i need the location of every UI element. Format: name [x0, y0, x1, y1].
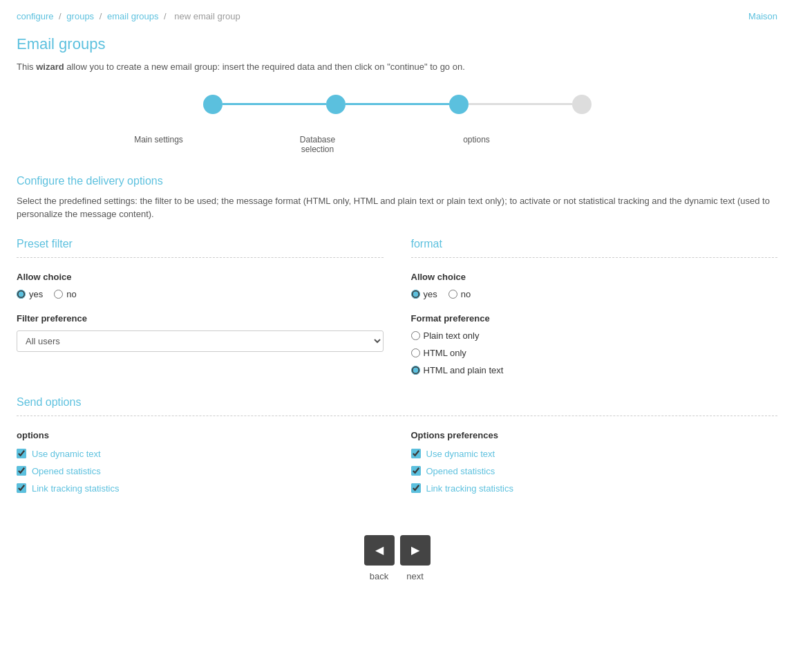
preset-yes-option[interactable]: yes — [17, 289, 43, 299]
next-button[interactable]: ▶ — [400, 535, 431, 566]
send-options-cols: options Use dynamic text Opened statisti… — [17, 430, 777, 501]
send-opt-right-opened-stats[interactable]: Opened statistics — [411, 466, 778, 476]
step-line-2 — [346, 103, 449, 105]
send-opt-left-dynamic-text-checkbox[interactable] — [17, 449, 26, 458]
step-line-1 — [223, 103, 326, 105]
preset-yes-radio[interactable] — [17, 290, 26, 299]
step-label-2: Databaseselection — [290, 135, 346, 154]
send-options-right-header: Options preferences — [411, 430, 778, 440]
format-title: format — [411, 238, 778, 250]
step-circle-4 — [572, 95, 592, 114]
format-plain-text-option[interactable]: Plain text only — [411, 330, 778, 341]
breadcrumb-sep2: / — [100, 11, 102, 21]
breadcrumb-current: new email group — [174, 11, 240, 21]
format-no-radio[interactable] — [448, 290, 457, 299]
step-database-selection — [326, 95, 346, 114]
format-html-plain-radio[interactable] — [411, 366, 420, 375]
step-options — [449, 95, 469, 114]
send-options-left: options Use dynamic text Opened statisti… — [17, 430, 404, 501]
breadcrumb-sep3: / — [164, 11, 167, 21]
send-opt-left-dynamic-text[interactable]: Use dynamic text — [17, 449, 384, 459]
format-html-only-label: HTML only — [424, 348, 466, 358]
format-html-only-radio[interactable] — [411, 348, 420, 357]
configure-description: Select the predefined settings: the filt… — [17, 194, 777, 221]
format-allow-choice-label: Allow choice — [411, 272, 778, 282]
breadcrumb: configure / groups / email groups / new … — [17, 11, 777, 21]
configure-title: Configure the delivery options — [17, 175, 777, 187]
preset-allow-choice-group: yes no — [17, 289, 384, 299]
format-no-label: no — [461, 289, 471, 299]
send-opt-left-opened-stats-label: Opened statistics — [32, 466, 101, 476]
back-label: back — [364, 571, 395, 581]
breadcrumb-email-groups[interactable]: email groups — [107, 11, 158, 21]
format-html-only-option[interactable]: HTML only — [411, 348, 778, 358]
send-opt-right-link-tracking-label: Link tracking statistics — [426, 483, 513, 494]
next-label: next — [400, 571, 431, 581]
user-label: Maison — [748, 11, 777, 21]
send-options-title: Send options — [17, 396, 777, 409]
send-opt-right-link-tracking-checkbox[interactable] — [411, 483, 421, 493]
send-opt-right-dynamic-text-checkbox[interactable] — [411, 449, 421, 458]
step-circle-3 — [449, 95, 469, 114]
format-section: format Allow choice yes no Format prefer… — [404, 238, 778, 375]
send-opt-left-link-tracking-checkbox[interactable] — [17, 483, 26, 493]
send-opt-left-opened-stats-checkbox[interactable] — [17, 466, 26, 476]
format-yes-radio[interactable] — [411, 290, 420, 299]
step-label-1: Main settings — [131, 135, 187, 154]
filter-preference-select[interactable]: All users VIP users New users — [17, 330, 384, 352]
format-preference-group: Plain text only HTML only HTML and plain… — [411, 330, 778, 375]
format-no-option[interactable]: no — [448, 289, 471, 299]
send-opt-left-link-tracking-label: Link tracking statistics — [32, 483, 119, 494]
format-plain-text-label: Plain text only — [424, 330, 480, 341]
page-title: Email groups — [17, 35, 777, 53]
preset-no-radio[interactable] — [54, 290, 63, 299]
back-button[interactable]: ◀ — [364, 535, 395, 566]
step-main-settings — [203, 95, 223, 114]
wizard-steps — [17, 95, 777, 114]
send-options-left-header: options — [17, 430, 384, 440]
breadcrumb-sep1: / — [59, 11, 62, 21]
format-plain-text-radio[interactable] — [411, 331, 420, 340]
preset-filter-section: Preset filter Allow choice yes no Filter… — [17, 238, 404, 375]
send-opt-right-dynamic-text-label: Use dynamic text — [426, 449, 495, 459]
send-options-section: Send options options Use dynamic text Op… — [17, 396, 777, 501]
send-opt-left-opened-stats[interactable]: Opened statistics — [17, 466, 384, 476]
send-opt-right-opened-stats-checkbox[interactable] — [411, 466, 421, 476]
send-opt-right-dynamic-text[interactable]: Use dynamic text — [411, 449, 778, 459]
step-label-4 — [608, 135, 663, 154]
filter-preference-label: Filter preference — [17, 313, 384, 324]
preset-no-label: no — [66, 289, 76, 299]
format-preference-label: Format preference — [411, 313, 778, 324]
send-opt-left-link-tracking[interactable]: Link tracking statistics — [17, 483, 384, 494]
preset-filter-title: Preset filter — [17, 238, 384, 250]
format-yes-option[interactable]: yes — [411, 289, 437, 299]
step-line-3 — [469, 103, 572, 105]
send-options-right: Options preferences Use dynamic text Ope… — [404, 430, 778, 501]
format-allow-choice-group: yes no — [411, 289, 778, 299]
step-4 — [572, 95, 592, 114]
format-html-plain-option[interactable]: HTML and plain text — [411, 365, 778, 375]
send-opt-right-link-tracking[interactable]: Link tracking statistics — [411, 483, 778, 494]
two-col-layout: Preset filter Allow choice yes no Filter… — [17, 238, 777, 375]
nav-btn-row: ◀ ▶ — [364, 535, 431, 566]
breadcrumb-groups[interactable]: groups — [66, 11, 94, 21]
send-opt-right-opened-stats-label: Opened statistics — [426, 466, 495, 476]
breadcrumb-configure[interactable]: configure — [17, 11, 53, 21]
send-opt-left-dynamic-text-label: Use dynamic text — [32, 449, 101, 459]
intro-text: This wizard allow you to create a new em… — [17, 60, 777, 74]
step-circle-2 — [326, 95, 346, 114]
preset-no-option[interactable]: no — [54, 289, 76, 299]
step-circle-1 — [203, 95, 223, 114]
step-label-3: options — [449, 135, 504, 154]
format-yes-label: yes — [424, 289, 437, 299]
format-html-plain-label: HTML and plain text — [424, 365, 504, 375]
nav-labels: back next — [364, 571, 431, 581]
preset-yes-label: yes — [29, 289, 43, 299]
navigation: ◀ ▶ back next — [17, 535, 777, 581]
preset-allow-choice-label: Allow choice — [17, 272, 384, 282]
